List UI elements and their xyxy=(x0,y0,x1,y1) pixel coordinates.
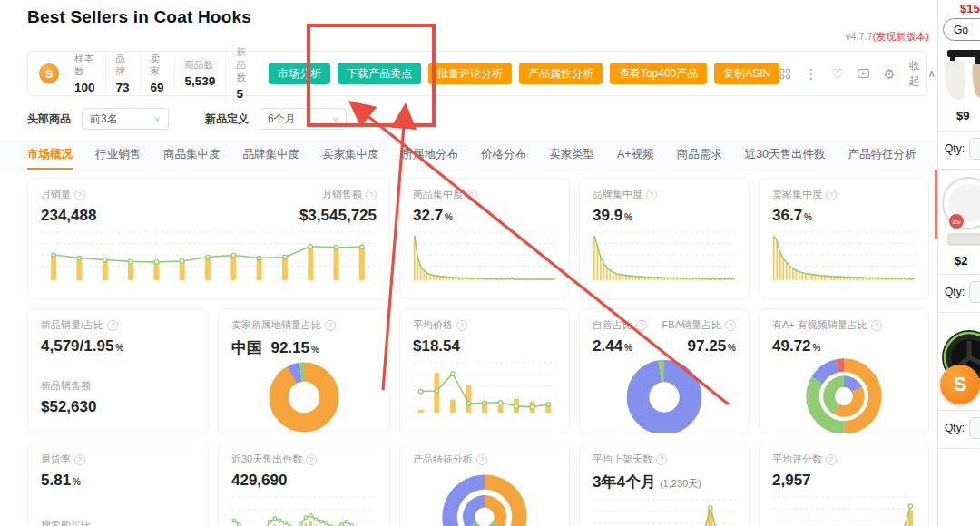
info-icon[interactable]: ? xyxy=(826,454,837,465)
divider xyxy=(938,131,980,132)
top-products-filter-label: 头部商品 xyxy=(27,112,71,127)
info-icon[interactable]: ? xyxy=(107,320,118,331)
stat-new-products: 新品数 5 xyxy=(225,46,256,101)
brand-concentration-chart xyxy=(593,230,736,281)
tab-feature-analysis[interactable]: 产品特征分析 xyxy=(848,141,916,170)
chevron-down-icon: ∨ xyxy=(332,115,338,123)
video-icon[interactable] xyxy=(858,67,869,80)
stat-label: 商品数 xyxy=(185,59,216,72)
sellersprite-float-logo[interactable]: S xyxy=(940,365,980,404)
new-product-select[interactable]: 6个月 ∨ xyxy=(260,108,347,130)
card-label: 新品销售额 xyxy=(41,379,91,393)
percent-sign: % xyxy=(728,343,736,353)
quantity-label: Qty: xyxy=(945,286,965,298)
product-price: $2 xyxy=(955,254,967,268)
divider xyxy=(938,448,980,449)
monthly-revenue-value: $3,545,725 xyxy=(299,207,377,225)
card-seller-origin: 卖家所属地销量占比? 中国 92.15% xyxy=(218,308,390,433)
tab-aplus-video[interactable]: A+视频 xyxy=(617,141,654,170)
card-label: 月销售额 xyxy=(322,188,362,201)
card-brand-concentration: 品牌集中度? 39.9% xyxy=(579,178,750,299)
tab-units-sold-30d[interactable]: 近30天售出件数 xyxy=(745,141,826,170)
info-icon[interactable]: ? xyxy=(325,320,336,331)
info-icon[interactable]: ? xyxy=(656,454,667,465)
info-icon[interactable]: ? xyxy=(74,454,85,465)
card-label: 卖家集中度 xyxy=(772,188,822,201)
heart-icon[interactable]: ♡ xyxy=(832,67,844,81)
tab-market-overview[interactable]: 市场概况 xyxy=(27,141,73,170)
return-rate-value: 5.81 xyxy=(41,472,71,489)
download-selling-points-button[interactable]: 下载产品卖点 xyxy=(338,63,421,84)
card-label: 近30天售出件数 xyxy=(231,453,302,466)
stat-products: 商品数 5,539 xyxy=(174,59,226,88)
quantity-stepper[interactable] xyxy=(969,417,980,439)
tab-seller-concentration[interactable]: 卖家集中度 xyxy=(322,141,379,170)
tab-product-demand[interactable]: 商品需求 xyxy=(677,141,722,170)
info-icon[interactable]: ? xyxy=(636,320,647,331)
tab-location-distribution[interactable]: 所属地分布 xyxy=(402,141,459,170)
info-icon[interactable]: ? xyxy=(476,454,487,465)
cards-grid: 月销量? 月销售额? 234,488 $3,545,725 商品集中度? 32.… xyxy=(27,178,927,526)
toolbar-buttons: 市场分析 下载产品卖点 批量评论分析 产品属性分析 查看Top400产品 复制A… xyxy=(269,63,779,84)
quantity-row: Qty: xyxy=(945,417,980,439)
card-label: FBA销量占比 xyxy=(662,318,721,332)
info-icon[interactable]: ? xyxy=(306,454,317,465)
go-button[interactable]: Go xyxy=(943,18,980,41)
top-products-select[interactable]: 前3名 ∨ xyxy=(82,108,169,130)
info-icon[interactable]: ? xyxy=(826,190,837,200)
fba-donut-chart xyxy=(593,357,736,433)
toolbar-icons: ⋮ ♡ ⚙ 收起 ∧ xyxy=(779,58,936,89)
card-label: 产品特征分析 xyxy=(413,453,473,466)
info-icon[interactable]: ? xyxy=(366,190,377,200)
product-concentration-chart xyxy=(413,230,556,281)
info-icon[interactable]: ? xyxy=(725,320,736,331)
amazon-page-panel: $15, Go $9 Qty: 30x $2 Qty: S Qty xyxy=(937,0,980,526)
quantity-stepper[interactable] xyxy=(969,138,980,160)
info-icon[interactable]: ? xyxy=(646,190,657,200)
market-analysis-button[interactable]: 市场分析 xyxy=(269,63,330,84)
origin-country: 中国 xyxy=(231,339,262,356)
info-icon[interactable]: ? xyxy=(871,320,882,331)
grid-icon[interactable] xyxy=(779,67,790,81)
view-top400-button[interactable]: 查看Top400产品 xyxy=(610,63,707,84)
percent-sign: % xyxy=(311,345,319,355)
info-icon[interactable]: ? xyxy=(456,320,467,331)
percent-sign: % xyxy=(445,212,453,222)
tab-brand-concentration[interactable]: 品牌集中度 xyxy=(243,141,300,170)
gear-icon[interactable]: ⚙ xyxy=(883,67,895,81)
chevron-down-icon: ∨ xyxy=(154,115,161,123)
info-icon[interactable]: ? xyxy=(466,190,477,200)
tab-seller-type[interactable]: 卖家类型 xyxy=(549,141,594,170)
units-sold-30d-value: 429,690 xyxy=(231,472,377,490)
new-version-link[interactable]: (发现新版本) xyxy=(873,31,929,42)
stat-label: 样本数 xyxy=(74,53,95,78)
origin-share-value: 92.15 xyxy=(270,339,309,356)
collapse-button[interactable]: 收起 ∧ xyxy=(909,58,936,89)
stat-value: 5,539 xyxy=(185,74,216,88)
batch-review-analysis-button[interactable]: 批量评论分析 xyxy=(428,63,512,84)
tab-product-concentration[interactable]: 商品集中度 xyxy=(163,141,220,170)
feature-donut-chart xyxy=(413,473,556,526)
kebab-menu-icon[interactable]: ⋮ xyxy=(805,67,818,81)
card-label: 平均评分数 xyxy=(772,453,822,466)
product-attribute-analysis-button[interactable]: 产品属性分析 xyxy=(519,63,603,84)
copy-asin-button[interactable]: 复制ASIN xyxy=(714,63,779,84)
quantity-label: Qty: xyxy=(945,422,965,434)
new-product-filter-label: 新品定义 xyxy=(205,112,249,127)
rating-count-chart xyxy=(772,495,916,526)
quantity-stepper[interactable] xyxy=(969,281,980,303)
listing-days-chart xyxy=(593,498,736,526)
card-product-concentration: 商品集中度? 32.7% xyxy=(399,178,570,299)
version-number: v4.7.7 xyxy=(846,31,873,42)
card-label: 有A+ 有视频销量占比 xyxy=(772,318,867,332)
tab-industry-sales[interactable]: 行业销售 xyxy=(95,141,141,170)
filter-bar: 头部商品 前3名 ∨ 新品定义 6个月 ∨ xyxy=(27,108,383,130)
stat-value: 73 xyxy=(116,81,130,94)
card-label: 平均上架天数 xyxy=(593,453,652,466)
product-image-mirror[interactable]: 30x xyxy=(941,174,980,252)
new-product-selected-value: 6个月 xyxy=(268,112,296,127)
quantity-label: Qty: xyxy=(945,142,965,155)
info-icon[interactable]: ? xyxy=(74,190,85,200)
tab-price-distribution[interactable]: 价格分布 xyxy=(481,141,526,170)
product-image-coat-hooks[interactable] xyxy=(942,48,980,106)
